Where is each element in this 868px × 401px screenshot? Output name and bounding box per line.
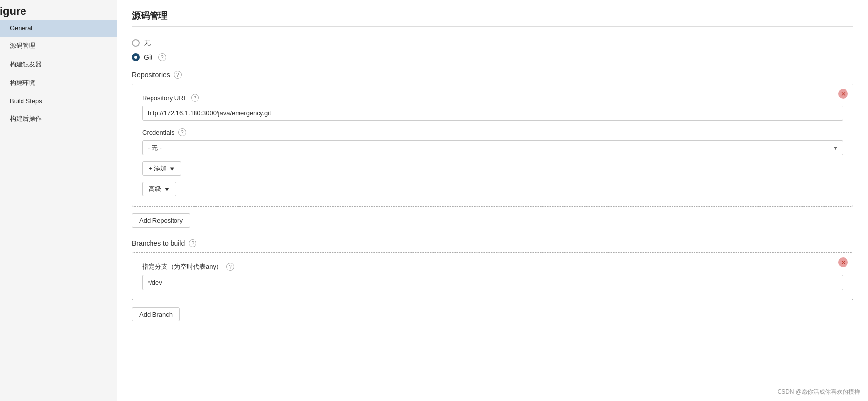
add-branch-button[interactable]: Add Branch [132, 307, 180, 321]
repo-url-field-label: Repository URL ? [142, 94, 843, 102]
advanced-button[interactable]: 高级 ▼ [142, 182, 176, 196]
repositories-help-icon[interactable]: ? [174, 71, 182, 79]
add-repository-button[interactable]: Add Repository [132, 213, 190, 228]
git-help-icon[interactable]: ? [158, 53, 166, 61]
repo-url-input[interactable] [142, 106, 843, 121]
page-title: 源码管理 [132, 10, 853, 27]
remove-branch-button[interactable]: ✕ [838, 257, 848, 267]
sidebar-item-general-label: General [10, 24, 32, 32]
repo-url-help-icon[interactable]: ? [191, 94, 199, 102]
branches-label-text: Branches to build [132, 239, 185, 247]
remove-repository-button[interactable]: ✕ [838, 89, 848, 99]
sidebar-item-post-build[interactable]: 构建后操作 [0, 109, 117, 128]
radio-git-circle [132, 53, 140, 61]
sidebar-item-source-label: 源码管理 [10, 42, 35, 49]
credentials-label-text: Credentials [142, 129, 174, 136]
main-content: 源码管理 无 Git ? Repositories ? ✕ Repository… [117, 0, 868, 401]
sidebar-item-post-build-label: 构建后操作 [10, 115, 42, 122]
branch-label-text: 指定分支（为空时代表any） [142, 262, 222, 271]
branches-label-row: Branches to build ? [132, 239, 853, 247]
branch-field-label: 指定分支（为空时代表any） ? [142, 262, 843, 271]
add-btn-chevron-icon: ▼ [169, 165, 175, 172]
credentials-field-label: Credentials ? [142, 128, 843, 136]
radio-none-label: 无 [144, 39, 151, 47]
repositories-label-text: Repositories [132, 71, 170, 79]
branches-section: Branches to build ? ✕ 指定分支（为空时代表any） ? A… [132, 239, 853, 331]
add-repository-label: Add Repository [139, 217, 183, 224]
credentials-select[interactable]: - 无 - [142, 140, 843, 155]
radio-git-label: Git [144, 53, 152, 61]
branch-box: ✕ 指定分支（为空时代表any） ? [132, 252, 853, 300]
radio-git[interactable]: Git ? [132, 53, 853, 61]
branch-input[interactable] [142, 275, 843, 290]
scm-radio-group: 无 Git ? [132, 39, 853, 61]
advanced-chevron-icon: ▼ [164, 186, 170, 193]
add-branch-label: Add Branch [139, 311, 173, 318]
watermark: CSDN @愿你活成你喜欢的模样 [777, 388, 860, 396]
sidebar-item-env[interactable]: 构建环境 [0, 74, 117, 92]
sidebar: igure General 源码管理 构建触发器 构建环境 Build Step… [0, 0, 117, 401]
page-header-partial: igure [0, 5, 117, 18]
sidebar-item-trigger-label: 构建触发器 [10, 61, 42, 68]
repo-url-label-text: Repository URL [142, 94, 187, 102]
repositories-label: Repositories ? [132, 71, 853, 79]
credentials-select-wrapper: - 无 - ▼ [142, 140, 843, 155]
sidebar-item-general[interactable]: General [0, 20, 117, 37]
advanced-label: 高级 [149, 185, 161, 193]
sidebar-item-trigger[interactable]: 构建触发器 [0, 55, 117, 74]
radio-none-circle [132, 39, 140, 47]
sidebar-item-build-steps-label: Build Steps [10, 97, 42, 105]
add-btn-label: + 添加 [149, 164, 167, 173]
credentials-help-icon[interactable]: ? [178, 128, 186, 136]
sidebar-item-env-label: 构建环境 [10, 79, 35, 86]
sidebar-item-build-steps[interactable]: Build Steps [0, 92, 117, 109]
radio-none[interactable]: 无 [132, 39, 853, 47]
branch-help-icon[interactable]: ? [226, 263, 234, 271]
sidebar-item-source-mgmt[interactable]: 源码管理 [0, 37, 117, 55]
repository-box: ✕ Repository URL ? Credentials ? - 无 - ▼… [132, 84, 853, 207]
branches-help-icon[interactable]: ? [189, 239, 196, 247]
add-credentials-button[interactable]: + 添加 ▼ [142, 161, 181, 176]
